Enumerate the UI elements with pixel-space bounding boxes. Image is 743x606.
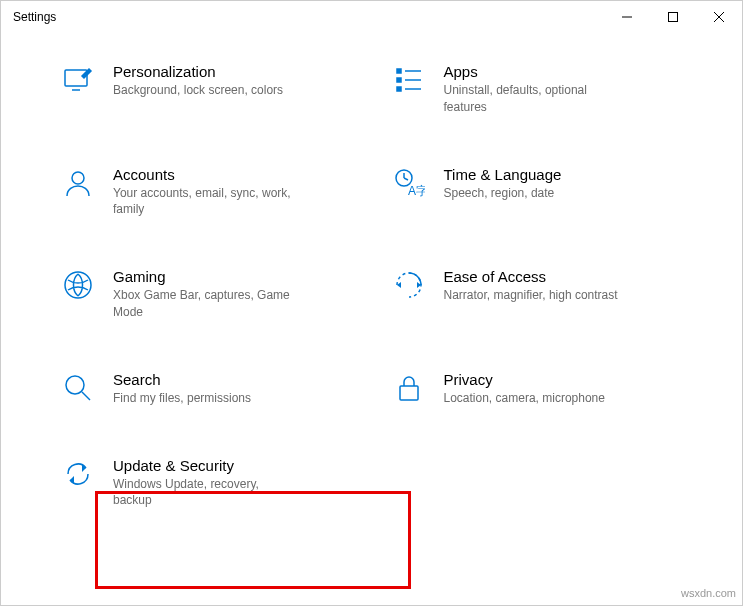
tile-desc: Location, camera, microphone [444,390,605,407]
tile-desc: Windows Update, recovery, backup [113,476,293,510]
tile-search[interactable]: Search Find my files, permissions [61,371,352,407]
update-security-icon [61,457,95,491]
close-button[interactable] [696,1,742,33]
gaming-icon [61,268,95,302]
tile-title: Gaming [113,268,293,285]
time-language-icon: A字 [392,166,426,200]
tile-desc: Narrator, magnifier, high contrast [444,287,618,304]
tile-desc: Speech, region, date [444,185,562,202]
tile-time-language[interactable]: A字 Time & Language Speech, region, date [392,166,683,219]
tile-desc: Background, lock screen, colors [113,82,283,99]
tile-accounts[interactable]: Accounts Your accounts, email, sync, wor… [61,166,352,219]
accounts-icon [61,166,95,200]
svg-point-20 [66,376,84,394]
svg-rect-10 [397,87,401,91]
svg-rect-8 [397,78,401,82]
tile-title: Personalization [113,63,283,80]
tile-personalization[interactable]: Personalization Background, lock screen,… [61,63,352,116]
minimize-button[interactable] [604,1,650,33]
search-icon [61,371,95,405]
tile-desc: Find my files, permissions [113,390,251,407]
svg-line-15 [404,178,408,180]
tile-title: Apps [444,63,624,80]
ease-of-access-icon [392,268,426,302]
svg-rect-22 [400,386,418,400]
tile-title: Time & Language [444,166,562,183]
svg-point-17 [65,272,91,298]
personalization-icon [61,63,95,97]
tile-apps[interactable]: Apps Uninstall, defaults, optional featu… [392,63,683,116]
window-controls [604,1,742,33]
tile-title: Privacy [444,371,605,388]
tile-privacy[interactable]: Privacy Location, camera, microphone [392,371,683,407]
tile-gaming[interactable]: Gaming Xbox Game Bar, captures, Game Mod… [61,268,352,321]
svg-text:A字: A字 [408,184,425,198]
settings-content: Personalization Background, lock screen,… [1,33,742,509]
svg-rect-1 [669,13,678,22]
tile-update-security[interactable]: Update & Security Windows Update, recove… [61,457,352,510]
tile-ease-of-access[interactable]: Ease of Access Narrator, magnifier, high… [392,268,683,321]
maximize-button[interactable] [650,1,696,33]
tile-title: Accounts [113,166,293,183]
tile-desc: Uninstall, defaults, optional features [444,82,624,116]
window-title: Settings [13,10,56,24]
apps-icon [392,63,426,97]
titlebar: Settings [1,1,742,33]
svg-rect-6 [397,69,401,73]
tile-title: Update & Security [113,457,293,474]
privacy-icon [392,371,426,405]
tile-title: Search [113,371,251,388]
tile-title: Ease of Access [444,268,618,285]
settings-grid: Personalization Background, lock screen,… [61,63,682,509]
tile-desc: Xbox Game Bar, captures, Game Mode [113,287,293,321]
watermark: wsxdn.com [681,587,736,599]
tile-desc: Your accounts, email, sync, work, family [113,185,293,219]
svg-point-12 [72,172,84,184]
svg-line-21 [82,392,90,400]
